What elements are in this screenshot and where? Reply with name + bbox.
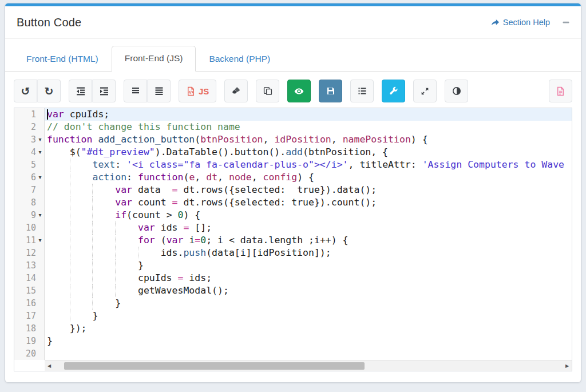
code-tokens: var count = dt.rows({selected: true}).co… xyxy=(47,197,377,208)
code-text[interactable]: action: function(e, dt, node, config) { xyxy=(45,171,572,184)
minus-icon xyxy=(563,19,569,26)
code-text[interactable]: $("#dt_preview").DataTable().button().ad… xyxy=(45,146,572,159)
scroll-right-arrow-icon[interactable]: ▶ xyxy=(563,361,572,371)
code-text[interactable] xyxy=(45,347,572,360)
code-text[interactable]: var ids = []; xyxy=(45,221,572,234)
code-tokens: } xyxy=(47,335,53,346)
gutter-cell: 7 xyxy=(14,184,45,196)
code-line: 13 } xyxy=(14,259,572,272)
line-number: 10 xyxy=(21,221,36,234)
tab-backend-php[interactable]: Backend (PHP) xyxy=(196,46,283,72)
code-text[interactable]: var data = dt.rows({selected: true}).dat… xyxy=(45,184,572,196)
outdent-button[interactable] xyxy=(69,80,92,102)
tab-front-end-js[interactable]: Front-End (JS) xyxy=(112,46,196,72)
panel-header: Button Code Section Help xyxy=(5,6,581,39)
indent-guide xyxy=(138,247,138,259)
file-template-button[interactable] xyxy=(549,80,572,102)
eye-icon xyxy=(294,86,304,96)
toolbar-group xyxy=(69,80,116,102)
align-lines-icon xyxy=(131,86,140,96)
code-text[interactable]: cpuIds = ids; xyxy=(45,272,572,284)
horizontal-scrollbar[interactable]: ◀ ▶ xyxy=(45,360,572,371)
tab-front-end-html[interactable]: Front-End (HTML) xyxy=(13,46,112,72)
indent-guide xyxy=(92,184,93,196)
fold-arrow-icon[interactable]: ▾ xyxy=(36,209,44,221)
undo-button[interactable]: ↺ xyxy=(14,80,37,102)
code-line: 15 getWavesModal(); xyxy=(14,284,572,297)
line-number: 14 xyxy=(21,272,36,284)
code-editor[interactable]: 1var cpuIds;2// don't change this functi… xyxy=(14,108,572,371)
save-button[interactable] xyxy=(319,80,342,102)
code-text[interactable]: getWavesModal(); xyxy=(45,284,572,297)
erase-button[interactable] xyxy=(224,80,248,102)
code-tokens: } xyxy=(47,310,98,321)
redo-icon: ↻ xyxy=(45,86,54,97)
indent-button[interactable] xyxy=(92,80,116,102)
code-text[interactable]: if(count > 0) { xyxy=(45,209,572,221)
indent-guide xyxy=(70,297,70,310)
gutter-cell: 15 xyxy=(14,284,45,297)
preview-button[interactable] xyxy=(287,80,311,102)
justify-lines-button[interactable] xyxy=(147,80,171,102)
align-lines-button[interactable] xyxy=(124,80,147,102)
indent-guide xyxy=(70,234,70,247)
indent-icon xyxy=(100,86,109,96)
fullscreen-button[interactable] xyxy=(413,80,437,102)
gutter-cell: 6▾ xyxy=(14,171,45,184)
code-line: 10 var ids = []; xyxy=(14,221,572,234)
copy-button[interactable] xyxy=(256,80,279,102)
code-line: 18 }); xyxy=(14,322,572,335)
code-tokens: cpuIds = ids; xyxy=(47,272,212,283)
code-line: 8 var count = dt.rows({selected: true}).… xyxy=(14,196,572,209)
indent-guide xyxy=(115,247,116,259)
eraser-icon xyxy=(232,86,241,96)
indent-guide xyxy=(92,247,93,259)
fold-arrow-icon[interactable]: ▾ xyxy=(36,133,44,146)
line-number: 19 xyxy=(21,335,36,347)
code-tokens: } xyxy=(47,260,144,271)
code-text[interactable]: text: '<i class="fa fa-calendar-plus-o">… xyxy=(45,159,572,171)
code-text[interactable]: var cpuIds; xyxy=(45,108,572,121)
code-text[interactable]: ids.push(data[i][idPosition]); xyxy=(45,247,572,259)
code-text[interactable]: }); xyxy=(45,322,572,335)
code-text[interactable]: } xyxy=(45,335,572,347)
code-tokens: var ids = []; xyxy=(47,222,212,233)
code-text[interactable]: } xyxy=(45,259,572,272)
indent-guide xyxy=(92,297,93,310)
code-text[interactable]: } xyxy=(45,310,572,322)
fold-arrow-icon[interactable]: ▾ xyxy=(36,146,44,159)
gutter-cell: 17 xyxy=(14,310,45,322)
contrast-icon xyxy=(452,86,461,96)
line-number: 1 xyxy=(21,108,36,121)
list-button[interactable] xyxy=(350,80,374,102)
code-text[interactable]: } xyxy=(45,297,572,310)
save-icon xyxy=(326,86,335,96)
redo-button[interactable]: ↻ xyxy=(37,80,61,102)
code-line: 6▾ action: function(e, dt, node, config)… xyxy=(14,171,572,184)
code-text[interactable]: // don't change this function name xyxy=(45,121,572,133)
page-title: Button Code xyxy=(17,16,81,29)
toolbar-group xyxy=(413,80,437,102)
contrast-button[interactable] xyxy=(445,80,468,102)
minimize-button[interactable] xyxy=(563,19,569,26)
code-text[interactable]: function add_action_button(btnPosition, … xyxy=(45,133,572,146)
gutter-cell: 14 xyxy=(14,272,45,284)
indent-guide xyxy=(70,310,70,322)
section-help-link[interactable]: Section Help xyxy=(491,18,550,27)
fold-arrow-icon[interactable]: ▾ xyxy=(36,234,44,247)
beautify-button[interactable] xyxy=(382,80,405,102)
indent-guide xyxy=(70,284,70,297)
gutter-cell: 12 xyxy=(14,247,45,259)
fold-arrow-icon[interactable]: ▾ xyxy=(36,171,44,184)
indent-guide xyxy=(92,272,93,284)
line-number: 17 xyxy=(21,310,36,322)
indent-guide xyxy=(92,234,93,247)
code-text[interactable]: for (var i=0; i < data.length ;i++) { xyxy=(45,234,572,247)
code-line: 17 } xyxy=(14,310,572,322)
toolbar-group xyxy=(350,80,374,102)
code-text[interactable]: var count = dt.rows({selected: true}).co… xyxy=(45,196,572,209)
scroll-left-arrow-icon[interactable]: ◀ xyxy=(45,361,54,371)
indent-guide xyxy=(92,209,93,221)
scrollbar-thumb[interactable] xyxy=(64,362,365,370)
js-template-button[interactable]: JS xyxy=(179,80,216,102)
